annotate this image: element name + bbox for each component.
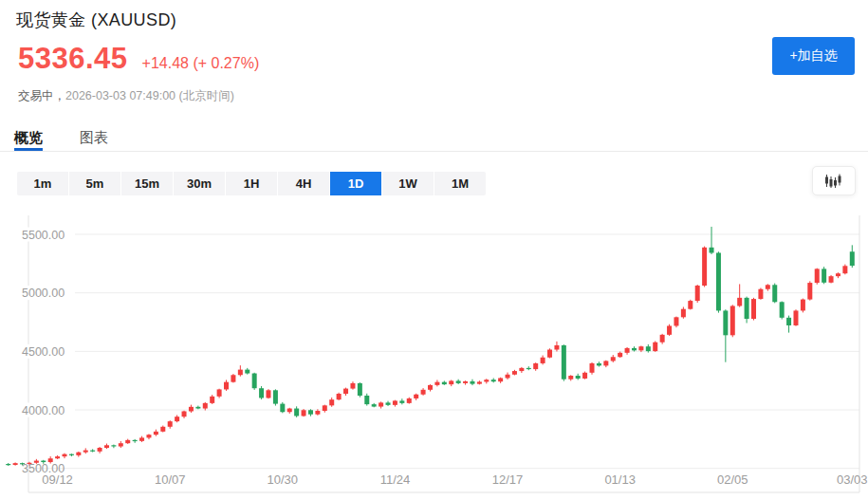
candle — [175, 417, 179, 421]
timeframe-30m[interactable]: 30m — [174, 172, 225, 195]
candle — [801, 300, 805, 311]
candle — [674, 317, 678, 325]
candle — [491, 380, 496, 381]
candle — [562, 345, 566, 380]
candle — [104, 445, 109, 448]
candle — [547, 349, 552, 357]
candle — [660, 335, 665, 343]
candle — [710, 248, 714, 253]
tab-overview[interactable]: 概览 — [14, 123, 43, 151]
candle — [139, 437, 144, 440]
candle — [315, 411, 320, 415]
candle — [252, 374, 257, 389]
candle — [287, 409, 292, 413]
price-row: 5336.45 +14.48 (+ 0.27%) — [18, 42, 259, 76]
instrument-title: 现货黄金 (XAUUSD) — [16, 9, 176, 31]
candle — [695, 286, 700, 301]
timeframe-1m[interactable]: 1m — [17, 172, 68, 195]
candle — [667, 325, 672, 334]
x-axis-label: 11/24 — [380, 472, 411, 487]
timeframe-1m-month[interactable]: 1M — [434, 172, 486, 195]
candle — [83, 451, 88, 453]
x-axis-label: 01/13 — [604, 472, 636, 487]
candle — [470, 381, 474, 384]
price-chart[interactable]: 5500.005000.004500.004000.003500.0009/12… — [0, 215, 868, 500]
x-axis-label: 09/12 — [42, 472, 73, 487]
candle — [379, 402, 383, 406]
tab-chart[interactable]: 图表 — [80, 123, 108, 151]
candle — [245, 370, 249, 374]
candle — [758, 289, 763, 299]
candle — [780, 302, 785, 318]
chart-type-button[interactable] — [812, 166, 856, 195]
timeframe-1d[interactable]: 1D — [330, 172, 381, 195]
timeframe-1h[interactable]: 1H — [226, 172, 277, 195]
candle — [618, 353, 622, 357]
timeframe-5m[interactable]: 5m — [69, 172, 120, 195]
candle — [807, 283, 812, 300]
x-axis-label: 10/30 — [268, 472, 299, 487]
candle — [182, 412, 187, 417]
candle — [568, 376, 573, 380]
candle — [434, 382, 439, 385]
candle — [822, 269, 826, 282]
candle — [484, 380, 489, 381]
candle — [160, 427, 165, 432]
candle — [372, 404, 377, 406]
candle — [815, 269, 820, 283]
candle — [386, 402, 391, 404]
candle — [323, 405, 327, 411]
candle — [238, 370, 243, 376]
x-axis-label: 03/03 — [837, 472, 868, 487]
candle — [119, 443, 123, 446]
candle — [590, 363, 595, 373]
y-axis-label: 5500.00 — [22, 229, 65, 242]
candle — [716, 252, 721, 310]
trading-status: 交易中， — [18, 89, 65, 102]
candle — [98, 448, 102, 452]
timeframe-4h[interactable]: 4H — [278, 172, 329, 195]
candle — [793, 310, 798, 325]
candle — [519, 368, 524, 371]
timeframe-1w[interactable]: 1W — [382, 172, 434, 195]
price-change: +14.48 (+ 0.27%) — [142, 55, 260, 72]
candle — [55, 456, 60, 458]
candle — [723, 310, 728, 335]
candle — [168, 421, 173, 427]
candle — [393, 400, 397, 404]
candle — [611, 357, 616, 361]
add-watchlist-button[interactable]: +加自选 — [772, 37, 855, 75]
candle — [6, 464, 10, 465]
last-price: 5336.45 — [18, 42, 128, 76]
candle — [421, 390, 426, 395]
candle — [737, 298, 742, 306]
candle — [111, 445, 116, 446]
candle — [329, 399, 334, 405]
candle — [625, 348, 630, 353]
candle — [772, 285, 777, 302]
candle — [597, 363, 601, 365]
tab-chart-label: 图表 — [80, 129, 108, 145]
candle — [407, 398, 412, 403]
timeframe-selector: 1m 5m 15m 30m 1H 4H 1D 1W 1M — [17, 172, 486, 195]
y-axis-label: 5000.00 — [22, 287, 65, 300]
candle — [217, 389, 222, 396]
tab-overview-label: 概览 — [14, 129, 43, 145]
candle — [337, 394, 342, 399]
candle — [702, 248, 707, 286]
tab-bar: 概览 图表 — [0, 123, 868, 152]
candle — [414, 395, 418, 398]
timeframe-15m[interactable]: 15m — [121, 172, 173, 195]
candle — [259, 388, 264, 398]
active-tab-underline — [14, 148, 43, 151]
candle — [90, 451, 95, 452]
quote-time: 2026-03-03 07:49:00 (北京时间) — [65, 89, 234, 102]
y-axis-label: 4500.00 — [22, 345, 65, 359]
candle — [506, 375, 510, 379]
candle — [463, 381, 468, 383]
candle — [195, 407, 200, 409]
candle — [646, 346, 651, 351]
candle — [836, 273, 840, 276]
candle — [399, 400, 404, 402]
candle — [850, 251, 855, 266]
